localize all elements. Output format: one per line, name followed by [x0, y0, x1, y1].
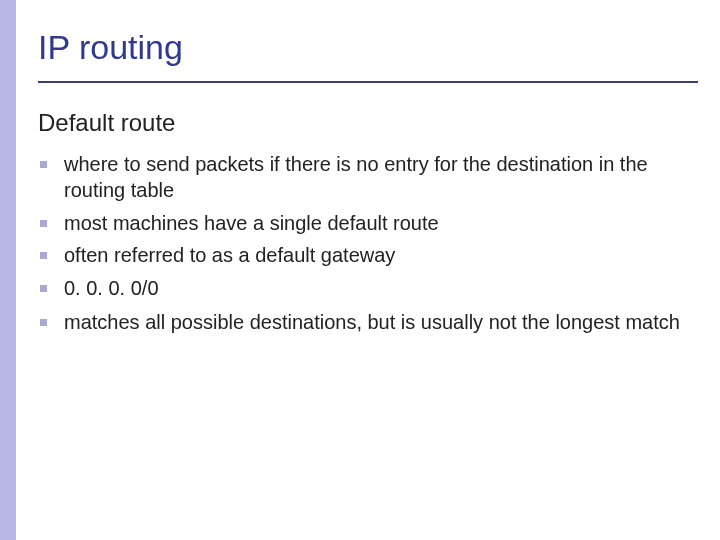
- left-accent-bar: [0, 0, 16, 540]
- slide-subtitle: Default route: [38, 109, 690, 137]
- square-bullet-icon: [40, 319, 47, 326]
- list-item-text: often referred to as a default gateway: [64, 244, 395, 266]
- square-bullet-icon: [40, 285, 47, 292]
- square-bullet-icon: [40, 252, 47, 259]
- list-item-text: most machines have a single default rout…: [64, 212, 439, 234]
- list-item-text: matches all possible destinations, but i…: [64, 311, 680, 333]
- list-item: often referred to as a default gateway: [40, 242, 690, 268]
- slide-content: IP routing Default route where to send p…: [38, 28, 690, 341]
- list-item: 0. 0. 0. 0/0: [40, 275, 690, 301]
- list-item: most machines have a single default rout…: [40, 210, 690, 236]
- square-bullet-icon: [40, 220, 47, 227]
- list-item: matches all possible destinations, but i…: [40, 309, 690, 335]
- bullet-list: where to send packets if there is no ent…: [40, 151, 690, 335]
- list-item: where to send packets if there is no ent…: [40, 151, 690, 204]
- list-item-text: 0. 0. 0. 0/0: [64, 277, 159, 299]
- title-underline: [38, 81, 698, 83]
- square-bullet-icon: [40, 161, 47, 168]
- list-item-text: where to send packets if there is no ent…: [64, 153, 648, 201]
- slide-title: IP routing: [38, 28, 690, 77]
